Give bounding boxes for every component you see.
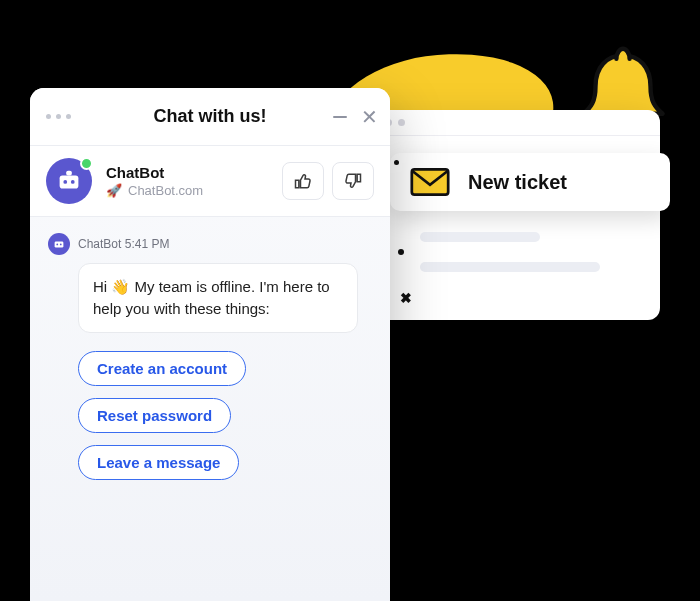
greeting-prefix: Hi	[93, 278, 111, 295]
ticket-window	[360, 110, 660, 320]
svg-rect-0	[412, 169, 448, 194]
chat-menu-dots[interactable]	[46, 114, 71, 119]
new-ticket-notification[interactable]: New ticket	[390, 153, 670, 211]
quick-reply-chips: Create an account Reset password Leave a…	[78, 351, 372, 480]
wave-icon: 👋	[111, 276, 130, 298]
bot-avatar-small	[48, 233, 70, 255]
message-bubble: Hi 👋 My team is offline. I'm here to hel…	[78, 263, 358, 333]
skeleton-line	[420, 232, 540, 242]
decoration-dot	[398, 249, 404, 255]
envelope-icon	[410, 167, 450, 197]
bot-site-label: ChatBot.com	[128, 183, 203, 198]
svg-point-2	[63, 180, 67, 184]
thumbs-down-button[interactable]	[332, 162, 374, 200]
notification-label: New ticket	[468, 171, 567, 194]
chat-title: Chat with us!	[154, 106, 267, 127]
skeleton-line	[420, 262, 600, 272]
message-author: ChatBot	[78, 237, 121, 251]
chat-widget: Chat with us! ✕ ChatBot 🚀 ChatBot.com	[30, 88, 390, 601]
thumbs-up-button[interactable]	[282, 162, 324, 200]
svg-rect-1	[60, 175, 79, 188]
svg-point-6	[56, 244, 58, 246]
svg-rect-5	[55, 241, 64, 247]
close-icon[interactable]: ✕	[361, 107, 378, 127]
decoration-dot	[394, 160, 399, 165]
bot-name: ChatBot	[106, 164, 203, 181]
chat-subheader: ChatBot 🚀 ChatBot.com	[30, 146, 390, 217]
svg-point-7	[60, 244, 62, 246]
window-dot	[398, 119, 405, 126]
chat-header: Chat with us! ✕	[30, 88, 390, 146]
rocket-icon: 🚀	[106, 183, 122, 198]
status-online-icon	[80, 157, 93, 170]
chip-reset-password[interactable]: Reset password	[78, 398, 231, 433]
bot-site-link[interactable]: 🚀 ChatBot.com	[106, 183, 203, 198]
chip-create-account[interactable]: Create an account	[78, 351, 246, 386]
svg-rect-4	[66, 171, 72, 176]
chip-leave-message[interactable]: Leave a message	[78, 445, 239, 480]
message-time: 5:41 PM	[125, 237, 170, 251]
svg-point-3	[71, 180, 75, 184]
chat-thread: ChatBot 5:41 PM Hi 👋 My team is offline.…	[30, 217, 390, 496]
decoration-cross: ✖	[400, 290, 412, 306]
ticket-titlebar	[360, 110, 660, 136]
bot-avatar	[46, 158, 92, 204]
message-header: ChatBot 5:41 PM	[48, 233, 372, 255]
minimize-icon[interactable]	[333, 116, 347, 118]
